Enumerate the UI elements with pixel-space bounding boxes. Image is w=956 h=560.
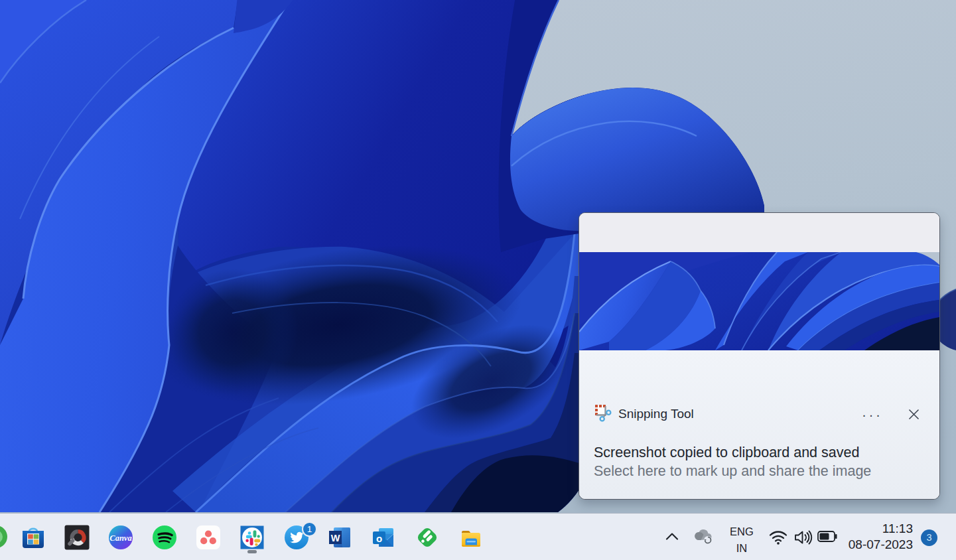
svg-text:Canva: Canva <box>109 533 131 543</box>
svg-text:o: o <box>376 533 382 544</box>
svg-text:W: W <box>331 533 340 543</box>
